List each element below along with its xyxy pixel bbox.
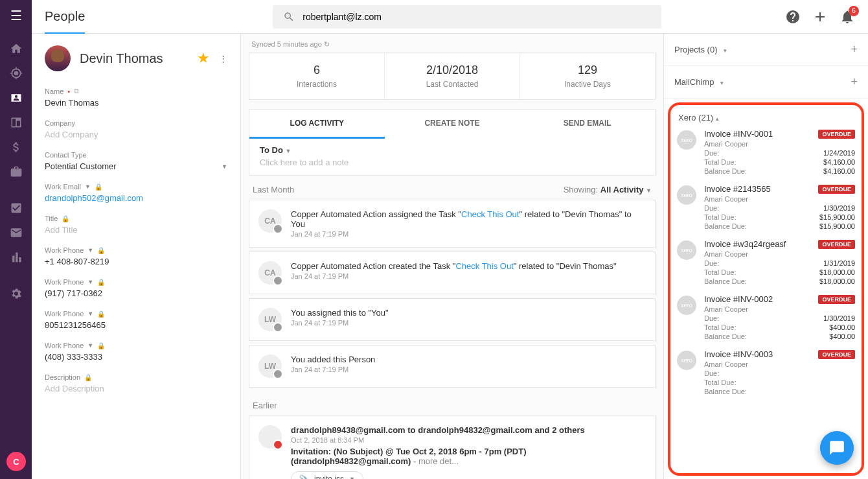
description-value[interactable]: Add Description [45,384,227,393]
chevron-down-icon: ▼ [222,163,227,170]
stat-label: Inactive Days [520,80,655,89]
search-input[interactable] [303,12,651,22]
balance-value: $4,160.00 [823,167,855,175]
name-label: Name [45,88,63,95]
xero-icon: xero [677,130,696,150]
more-icon[interactable]: ⋮ [219,54,227,64]
due-label: Due: [704,259,719,267]
activity-item[interactable]: drandolph89438@gmail.com to drandolph948… [249,415,656,479]
due-value: 1/31/2019 [823,259,855,267]
todo-dropdown[interactable]: To Do ▼ [249,139,655,158]
person-badge-icon [273,369,283,379]
lock-icon: 🔒 [97,279,105,286]
activity-item[interactable]: CA Copper Automated Action created the T… [249,251,656,294]
section-earlier: Earlier [253,401,277,410]
add-icon[interactable]: + [851,43,858,56]
due-label: Due: [704,369,719,377]
company-icon[interactable] [0,110,32,135]
notifications-icon[interactable]: 6 [839,9,855,25]
company-label: Company [45,119,75,127]
title-value[interactable]: Add Title [45,225,227,235]
invoice-item[interactable]: xero Invoice #INV-0003OVERDUE Amari Coop… [677,349,855,395]
invoice-contact: Amari Cooper [704,140,855,148]
mailchimp-section[interactable]: MailChimp ▾+ [664,66,868,99]
add-icon[interactable] [812,9,828,25]
invoice-contact: Amari Cooper [704,305,855,313]
lock-icon: 🔒 [97,310,105,318]
refresh-icon[interactable]: ↻ [324,40,330,48]
tasks-icon[interactable] [0,196,32,220]
projects-section[interactable]: Projects (0) ▾+ [664,34,868,66]
contact-type-label: Contact Type [45,151,87,159]
xero-icon: xero [677,351,696,370]
invoice-contact: Amari Cooper [704,195,855,203]
balance-label: Balance Due: [704,333,747,340]
balance-label: Balance Due: [704,167,747,175]
invoice-item[interactable]: xero Invoice #2143565OVERDUE Amari Coope… [677,184,855,230]
phone-label: Work Phone [45,246,84,254]
note-input[interactable]: Click here to add a note [249,158,655,175]
contact-type-select[interactable]: Potential Customer ▼ [45,161,227,171]
total-value: $15,900.00 [819,213,855,221]
balance-value: $18,000.00 [819,277,855,285]
target-icon[interactable] [0,61,32,86]
menu-icon[interactable]: ☰ [10,8,22,23]
copper-logo: C [6,452,26,471]
tab-send-email[interactable]: SEND EMAIL [520,110,655,139]
nav-rail: ☰ C [0,0,32,479]
help-icon[interactable] [785,9,801,25]
total-value: $4,160.00 [823,158,855,166]
invoice-item[interactable]: xero Invoice #INV-0002OVERDUE Amari Coop… [677,294,855,340]
status-badge: OVERDUE [818,185,855,194]
activity-item[interactable]: LW You assigned this to "You"Jan 24 at 7… [249,298,656,341]
name-value[interactable]: Devin Thomas [45,98,227,108]
status-badge: OVERDUE [818,350,855,359]
stat-label: Interactions [249,80,384,89]
activity-filter[interactable]: Showing: All Activity ▼ [564,185,652,194]
money-icon[interactable] [0,135,32,159]
phone-value[interactable]: (917) 717-0362 [45,288,227,298]
star-icon[interactable]: ★ [197,50,210,67]
phone-value[interactable]: 8051231256465 [45,320,227,330]
attachment-chip[interactable]: 📎invite.ics▼ [291,471,363,479]
chevron-down-icon: ▾ [724,47,727,54]
invoice-item[interactable]: xero Invoice #w3q24rgeasfOVERDUE Amari C… [677,239,855,285]
invoice-item[interactable]: xero Invoice #INV-0001OVERDUE Amari Coop… [677,129,855,175]
tab-log-activity[interactable]: LOG ACTIVITY [249,110,385,139]
stat-label: Last Contacted [385,80,520,89]
stat-value: 6 [249,64,384,77]
total-label: Total Due: [704,379,737,386]
company-value[interactable]: Add Company [45,130,227,139]
chat-fab[interactable] [820,431,854,465]
add-icon[interactable]: + [851,75,858,89]
phone-value[interactable]: (408) 333-3333 [45,352,227,362]
settings-icon[interactable] [0,281,32,306]
home-icon[interactable] [0,36,32,61]
search-field[interactable] [273,5,661,29]
mail-icon[interactable] [0,220,32,245]
lock-icon: 🔒 [97,247,105,254]
tab-create-note[interactable]: CREATE NOTE [385,110,520,139]
due-value: 1/30/2019 [823,204,855,212]
balance-label: Balance Due: [704,222,747,230]
briefcase-icon[interactable] [0,159,32,184]
reports-icon[interactable] [0,245,32,270]
phone-value[interactable]: +1 408-807-8219 [45,257,227,266]
page-title: People [45,9,85,34]
due-label: Due: [704,149,719,157]
status-badge: OVERDUE [818,295,855,304]
invoice-title: Invoice #INV-0003 [704,349,773,359]
copy-icon[interactable]: ⧉ [74,87,79,95]
activity-item[interactable]: LW You added this PersonJan 24 at 7:19 P… [249,345,656,388]
lock-icon: 🔒 [84,374,92,381]
xero-icon: xero [677,185,696,205]
activity-item[interactable]: CA Copper Automated Action assigned the … [249,200,656,248]
mail-badge-icon [273,439,283,450]
people-icon[interactable] [0,86,32,110]
phone-label: Work Phone [45,310,84,318]
balance-value: $15,900.00 [819,222,855,230]
xero-header[interactable]: Xero (21) ▴ [677,109,855,129]
activity-avatar [258,425,282,449]
work-email-value[interactable]: drandolph502@gmail.com [45,193,227,203]
invoice-contact: Amari Cooper [704,250,855,258]
